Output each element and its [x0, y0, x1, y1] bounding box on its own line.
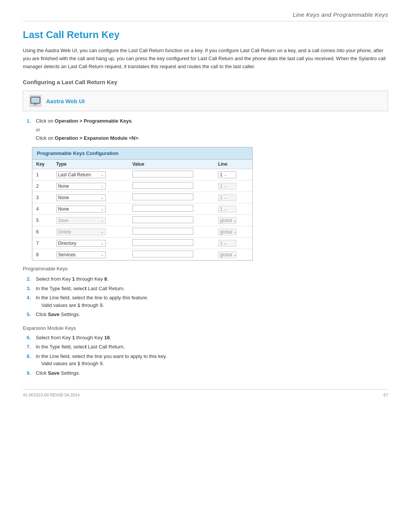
- col-value: Value: [129, 160, 214, 169]
- cell-value[interactable]: [129, 215, 214, 226]
- line-select: 1⌄: [218, 183, 236, 190]
- cell-line: global⌄: [214, 215, 252, 226]
- cell-type[interactable]: Save⌄: [53, 215, 129, 226]
- value-input[interactable]: [132, 239, 193, 246]
- value-input[interactable]: [132, 228, 193, 235]
- exp-step-6: 6. Select from Key 1 through Key 16.: [27, 334, 388, 342]
- prog-step-4: 4. In the Line field, select the line to…: [27, 294, 388, 309]
- value-input[interactable]: [132, 205, 193, 212]
- cell-value[interactable]: [129, 249, 214, 260]
- cell-line: 1⌄: [214, 181, 252, 192]
- config-table: Key Type Value Line 1Last Call Return⌄1⌄…: [32, 160, 252, 260]
- step-or: or: [36, 127, 388, 133]
- cell-key: 8: [32, 249, 53, 260]
- monitor-icon: [29, 95, 41, 107]
- cell-value[interactable]: [129, 169, 214, 181]
- header-title: Line Keys and Programmable Keys: [293, 11, 388, 18]
- svg-rect-1: [34, 104, 37, 105]
- step-1b-spacer: [27, 134, 33, 142]
- page-header: Line Keys and Programmable Keys: [23, 11, 388, 21]
- table-row: 4None⌄1⌄: [32, 203, 252, 215]
- step-1: 1. Click on Operation > Programmable Key…: [27, 117, 388, 125]
- col-key: Key: [32, 160, 53, 169]
- steps-intro: 1. Click on Operation > Programmable Key…: [27, 117, 388, 142]
- type-select: Save⌄: [56, 217, 106, 224]
- col-line: Line: [214, 160, 252, 169]
- value-input[interactable]: [132, 251, 193, 257]
- exp-step-7: 7. In the Type field, select Last Call R…: [27, 343, 388, 351]
- intro-paragraph: Using the Aastra Web UI, you can configu…: [23, 47, 388, 70]
- svg-rect-3: [32, 98, 39, 102]
- cell-line: global⌄: [214, 226, 252, 238]
- exp-step-9: 9. Click Save Settings.: [27, 369, 388, 377]
- cell-type[interactable]: Delete⌄: [53, 226, 129, 238]
- value-input[interactable]: [132, 171, 193, 177]
- config-table-container: Programmable Keys Configuration Key Type…: [32, 147, 253, 260]
- line-select: 1⌄: [218, 194, 236, 201]
- cell-key: 4: [32, 203, 53, 215]
- page-footer: 41-001523-00 REV00 04.2014 67: [23, 389, 388, 397]
- value-input[interactable]: [132, 216, 193, 223]
- cell-type[interactable]: None⌄: [53, 181, 129, 192]
- cell-key: 1: [32, 169, 53, 181]
- prog-step-5: 5. Click Save Settings.: [27, 311, 388, 318]
- config-table-title: Programmable Keys Configuration: [32, 147, 252, 160]
- expansion-steps: 6. Select from Key 1 through Key 16. 7. …: [27, 334, 388, 377]
- prog-step-2: 2. Select from Key 1 through Key 8.: [27, 275, 388, 283]
- table-row: 8Services⌄global⌄: [32, 249, 252, 260]
- footer-left: 41-001523-00 REV00 04.2014: [23, 393, 80, 397]
- exp-step-8: 8. In the Line field, select the line yo…: [27, 353, 388, 367]
- line-select: 1⌄: [218, 240, 236, 247]
- cell-line: 1⌄: [214, 192, 252, 203]
- page-title: Last Call Return Key: [23, 29, 388, 41]
- cell-value[interactable]: [129, 226, 214, 238]
- table-header-row: Key Type Value Line: [32, 160, 252, 169]
- footer-page-number: 67: [384, 393, 388, 397]
- table-row: 1Last Call Return⌄1⌄: [32, 169, 252, 181]
- cell-type[interactable]: Last Call Return⌄: [53, 169, 129, 181]
- cell-key: 6: [32, 226, 53, 238]
- cell-key: 5: [32, 215, 53, 226]
- type-select[interactable]: None⌄: [56, 206, 106, 212]
- table-row: 2None⌄1⌄: [32, 181, 252, 192]
- type-select[interactable]: None⌄: [56, 183, 106, 190]
- line-select[interactable]: 1⌄: [218, 171, 236, 178]
- type-select[interactable]: Services⌄: [56, 251, 106, 258]
- col-type: Type: [53, 160, 129, 169]
- svg-rect-2: [33, 105, 38, 105]
- aastra-label: Aastra Web UI: [46, 98, 84, 104]
- step-1-num: 1.: [27, 117, 33, 125]
- line-select: 1⌄: [218, 206, 236, 212]
- step-1b-text: Click on Operation > Expansion Module <N…: [36, 134, 140, 142]
- expansion-keys-label: Expansion Module Keys: [23, 325, 388, 331]
- cell-value[interactable]: [129, 181, 214, 192]
- line-select: global⌄: [218, 251, 236, 258]
- cell-line: 1⌄: [214, 203, 252, 215]
- type-select[interactable]: None⌄: [56, 194, 106, 201]
- cell-key: 2: [32, 181, 53, 192]
- type-select[interactable]: Directory⌄: [56, 240, 106, 247]
- cell-key: 7: [32, 238, 53, 249]
- step-1b: Click on Operation > Expansion Module <N…: [27, 134, 388, 142]
- value-input[interactable]: [132, 193, 193, 200]
- cell-type[interactable]: Services⌄: [53, 249, 129, 260]
- cell-value[interactable]: [129, 203, 214, 215]
- cell-type[interactable]: None⌄: [53, 203, 129, 215]
- programmable-steps: 2. Select from Key 1 through Key 8. 3. I…: [27, 275, 388, 318]
- type-select: Delete⌄: [56, 228, 106, 235]
- value-input[interactable]: [132, 182, 193, 189]
- prog-step-3: 3. In the Type field, select Last Call R…: [27, 285, 388, 292]
- type-select[interactable]: Last Call Return⌄: [56, 171, 106, 178]
- cell-value[interactable]: [129, 192, 214, 203]
- cell-line[interactable]: 1⌄: [214, 169, 252, 181]
- cell-line: global⌄: [214, 249, 252, 260]
- cell-value[interactable]: [129, 238, 214, 249]
- section-heading: Configuring a Last Call Return Key: [23, 79, 388, 85]
- line-select: global⌄: [218, 228, 236, 235]
- cell-type[interactable]: Directory⌄: [53, 238, 129, 249]
- table-row: 5Save⌄global⌄: [32, 215, 252, 226]
- table-row: 7Directory⌄1⌄: [32, 238, 252, 249]
- line-select: global⌄: [218, 217, 236, 224]
- cell-line: 1⌄: [214, 238, 252, 249]
- cell-type[interactable]: None⌄: [53, 192, 129, 203]
